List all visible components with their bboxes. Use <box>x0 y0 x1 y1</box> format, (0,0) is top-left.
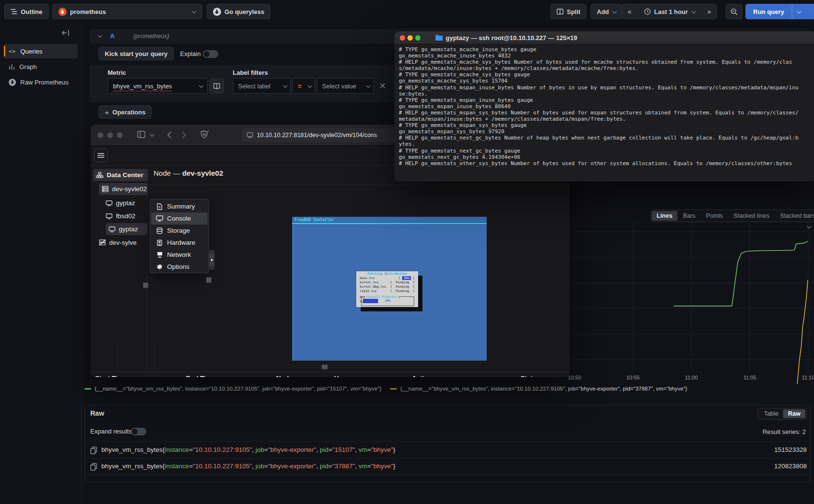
menu-item-summary[interactable]: Summary <box>151 200 208 212</box>
copy-icon[interactable] <box>90 447 97 456</box>
close-icon[interactable] <box>400 35 405 41</box>
raw-results-panel: Raw TableRaw Expand results Result serie… <box>84 405 810 482</box>
chevron-down-icon[interactable] <box>150 132 154 137</box>
vm-context-menu: SummaryConsoleStorageHardwareNetworkOpti… <box>150 199 209 273</box>
menu-item-network[interactable]: Network <box>151 249 208 261</box>
time-range-label: Last 1 hour <box>654 8 688 15</box>
explain-label: Explain <box>180 50 201 57</box>
hamburger-menu-button[interactable] <box>94 149 108 162</box>
resize-handle[interactable] <box>206 277 211 283</box>
raw-result-row: bhyve_vm_rss_bytes{instance="10.10.10.22… <box>85 459 810 475</box>
maximize-icon[interactable] <box>117 132 123 138</box>
terminal-output[interactable]: # TYPE go_memstats_mcache_inuse_bytes ga… <box>399 46 799 167</box>
tree-item-data-center[interactable]: Data Center <box>93 169 148 181</box>
chevron-down-icon <box>98 33 102 38</box>
fetch-file-row: kernel.txz[ Pending ] <box>356 280 418 285</box>
split-icon <box>557 9 563 14</box>
fetch-file-row: base.txz[ 56% ] <box>356 276 418 280</box>
query-ref-id: A <box>110 32 114 40</box>
datacenter-icon <box>96 172 103 178</box>
graph-tab-stacked-bars[interactable]: Stacked bars <box>775 211 814 221</box>
minimize-icon[interactable] <box>107 132 113 138</box>
metric-label: Metric <box>108 69 126 76</box>
timeseries-chart[interactable] <box>570 220 814 386</box>
select-label-dropdown[interactable]: Select label <box>233 78 291 94</box>
run-query-button[interactable]: Run query <box>745 4 814 19</box>
tree-item-gyptaz[interactable]: gyptaz <box>106 223 148 235</box>
expand-results-toggle[interactable] <box>131 428 146 435</box>
operator-dropdown[interactable]: = <box>293 78 315 94</box>
tree-item-fbsd02[interactable]: fbsd02 <box>106 210 145 222</box>
outline-button[interactable]: Outline <box>4 4 49 19</box>
x-tick-label: 11:05 <box>744 375 757 380</box>
tree-item-gyptaz[interactable]: gyptaz <box>106 197 145 209</box>
remove-filter-icon[interactable] <box>379 83 386 89</box>
graph-tab-points[interactable]: Points <box>701 211 728 221</box>
page-icon <box>247 132 253 138</box>
operations-label: Operations <box>112 109 146 116</box>
run-query-label: Run query <box>745 8 792 15</box>
graph-tab-lines[interactable]: Lines <box>652 211 677 221</box>
audit-col-status: Status <box>520 375 540 377</box>
copy-icon[interactable] <box>90 463 97 473</box>
maximize-icon[interactable] <box>415 35 421 41</box>
menu-item-options[interactable]: Options <box>151 261 208 273</box>
chevron-down-icon <box>797 9 801 14</box>
shield-icon[interactable] <box>200 129 211 141</box>
raw-expression[interactable]: bhyve_vm_rss_bytes{instance="10.10.10.22… <box>101 446 395 453</box>
add-button[interactable]: Add <box>590 4 622 19</box>
sidebar-toggle-icon[interactable] <box>137 131 147 139</box>
legend-entry[interactable]: {__name__="bhyve_vm_rss_bytes", instance… <box>84 386 381 392</box>
tree-item-dev-sylve[interactable]: dev-sylve <box>99 237 145 249</box>
bar-chart-icon <box>9 64 15 70</box>
sidebar-item-queries[interactable]: <> Queries <box>4 44 78 58</box>
zoom-out-button[interactable] <box>726 4 743 19</box>
time-range-button[interactable]: Last 1 hour <box>638 4 701 19</box>
label-filters-label: Label filters <box>233 69 268 76</box>
graph-tab-bars[interactable]: Bars <box>678 211 701 221</box>
raw-expression[interactable]: bhyve_vm_rss_bytes{instance="10.10.10.22… <box>101 462 395 470</box>
audit-col-action: Action <box>412 375 432 377</box>
time-back-button[interactable]: « <box>622 4 637 19</box>
close-icon[interactable] <box>98 132 103 138</box>
vm-console-screen[interactable]: FreeBSD Installer Fetching Distribution … <box>292 217 487 361</box>
go-queryless-label: Go queryless <box>225 8 264 15</box>
split-button[interactable]: Split <box>550 4 587 19</box>
metrics-explorer-button[interactable] <box>210 78 224 94</box>
operations-button[interactable]: + Operations <box>98 105 152 119</box>
metric-select[interactable]: bhyve_vm_rss_bytes <box>108 78 208 94</box>
back-forward-icons[interactable] <box>166 131 188 139</box>
chevron-down-icon <box>192 9 196 14</box>
explain-toggle[interactable] <box>203 50 218 58</box>
go-queryless-button[interactable]: Go queryless <box>207 4 270 19</box>
chevron-down-icon <box>612 9 617 14</box>
legend-entry[interactable]: {__name__="bhyve_vm_rss_bytes", instance… <box>390 386 687 392</box>
terminal-window[interactable]: gyptazy — ssh root@10.10.10.227 — 125×19… <box>394 31 814 182</box>
menu-item-hardware[interactable]: Hardware <box>151 237 208 249</box>
add-label: Add <box>597 8 609 15</box>
toggle-table[interactable]: Table <box>759 409 783 418</box>
vm-icon <box>106 200 112 206</box>
kick-start-button[interactable]: Kick start your query <box>98 47 174 60</box>
collapse-sidebar-icon[interactable] <box>62 29 70 36</box>
datasource-picker[interactable]: prometheus <box>52 4 202 19</box>
menu-item-storage[interactable]: Storage <box>151 224 208 237</box>
x-tick-label: 10:50 <box>568 375 581 380</box>
chart-legend[interactable]: {__name__="bhyve_vm_rss_bytes", instance… <box>84 383 814 394</box>
tree-item-dev-syvle02[interactable]: dev-syvle02 <box>99 183 148 195</box>
menu-item-console[interactable]: Console <box>151 212 208 224</box>
select-value-dropdown[interactable]: Select value <box>317 78 374 94</box>
top-toolbar: Outline prometheus Go queryless Split Ad… <box>0 0 814 23</box>
terminal-titlebar[interactable]: gyptazy — ssh root@10.10.10.227 — 125×19 <box>394 31 814 44</box>
sidebar-item-graph[interactable]: Graph <box>4 59 78 74</box>
expand-results-label: Expand results <box>90 428 132 435</box>
resize-handle[interactable] <box>143 282 148 288</box>
sidebar-item-raw-prometheus[interactable]: Raw Prometheus <box>4 75 78 89</box>
resize-handle[interactable] <box>322 364 328 369</box>
node-heading-node: dev-syvle02 <box>182 169 223 177</box>
toggle-raw[interactable]: Raw <box>783 409 805 418</box>
minimize-icon[interactable] <box>407 35 413 41</box>
splitter-handle[interactable] <box>209 250 215 270</box>
time-forward-button[interactable]: » <box>702 4 717 19</box>
graph-tab-stacked-lines[interactable]: Stacked lines <box>729 211 774 221</box>
